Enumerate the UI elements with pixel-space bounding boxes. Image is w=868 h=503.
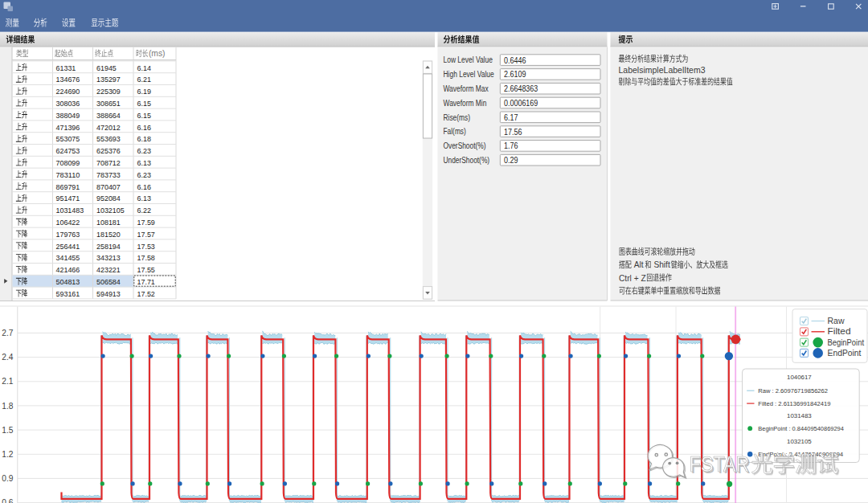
svg-text:1032105: 1032105 — [96, 206, 125, 215]
svg-text:1.2: 1.2 — [2, 450, 13, 459]
svg-text:471396: 471396 — [56, 123, 80, 132]
svg-text:341455: 341455 — [56, 253, 80, 262]
svg-text:High Level Value: High Level Value — [444, 70, 495, 79]
svg-text:17.58: 17.58 — [137, 253, 156, 262]
svg-text:6.19: 6.19 — [137, 87, 151, 96]
svg-text:952084: 952084 — [96, 194, 121, 202]
svg-text:783733: 783733 — [96, 170, 121, 179]
svg-text:6.16: 6.16 — [137, 123, 152, 132]
svg-text:472012: 472012 — [96, 123, 121, 132]
svg-text:(ms): (ms) — [149, 49, 166, 58]
svg-text:FSTAR: FSTAR — [690, 451, 750, 476]
svg-text:Low Level Value: Low Level Value — [444, 55, 493, 64]
svg-text:343213: 343213 — [96, 253, 121, 262]
svg-text:61331: 61331 — [56, 63, 76, 72]
svg-text:708099: 708099 — [56, 158, 80, 167]
svg-text:258194: 258194 — [96, 242, 121, 251]
svg-text:Waveform Min: Waveform Min — [444, 99, 487, 108]
svg-text:869791: 869791 — [56, 182, 80, 191]
svg-text:Ctrl + Z: Ctrl + Z — [619, 274, 646, 283]
svg-text:6.14: 6.14 — [137, 63, 152, 72]
svg-text:Alt: Alt — [634, 260, 644, 269]
svg-text:Rise(ms): Rise(ms) — [444, 113, 471, 122]
svg-text:6.13: 6.13 — [137, 194, 152, 202]
svg-text:Waveform Max: Waveform Max — [444, 84, 489, 93]
svg-text:17.59: 17.59 — [137, 218, 155, 227]
svg-text:17.56: 17.56 — [504, 128, 522, 137]
svg-text:951471: 951471 — [56, 194, 80, 202]
svg-text:0.29: 0.29 — [504, 156, 518, 165]
svg-text:388049: 388049 — [56, 111, 80, 120]
svg-text:0.9: 0.9 — [2, 474, 13, 483]
svg-text:0.6: 0.6 — [2, 498, 13, 503]
svg-text:135297: 135297 — [96, 75, 121, 84]
svg-text:388664: 388664 — [96, 111, 121, 120]
svg-text:2.6648363: 2.6648363 — [504, 84, 538, 93]
svg-text:506584: 506584 — [96, 277, 121, 286]
svg-text:2.7: 2.7 — [2, 329, 13, 337]
svg-text:6.18: 6.18 — [137, 134, 152, 143]
svg-text:225309: 225309 — [96, 87, 121, 96]
svg-text:593161: 593161 — [56, 289, 80, 298]
svg-text:2.4: 2.4 — [2, 353, 13, 362]
svg-text:6.22: 6.22 — [137, 206, 151, 215]
svg-text:0.6446: 0.6446 — [504, 56, 526, 65]
svg-text:Raw: Raw — [828, 317, 845, 325]
svg-text:UnderShoot(%): UnderShoot(%) — [444, 156, 490, 165]
svg-text:108181: 108181 — [96, 218, 121, 227]
svg-text:OverShoot(%): OverShoot(%) — [444, 141, 486, 150]
svg-text:1.8: 1.8 — [2, 402, 13, 411]
svg-text:17.53: 17.53 — [137, 242, 156, 251]
svg-text:2.1: 2.1 — [2, 377, 13, 386]
svg-text:0.0006169: 0.0006169 — [504, 99, 538, 108]
svg-text:6.17: 6.17 — [504, 113, 518, 122]
svg-text:EndPoint: EndPoint — [828, 349, 862, 358]
svg-text:1040617: 1040617 — [787, 374, 812, 381]
svg-text:Raw : 2.60976719856262: Raw : 2.60976719856262 — [758, 387, 828, 395]
svg-text:106422: 106422 — [56, 218, 80, 227]
svg-text:421466: 421466 — [56, 265, 80, 274]
svg-text:Fal(ms): Fal(ms) — [444, 127, 466, 136]
svg-text:6.23: 6.23 — [137, 170, 152, 179]
svg-text:308651: 308651 — [96, 99, 121, 108]
svg-text:LabelsimpleLabelItem3: LabelsimpleLabelItem3 — [619, 65, 706, 75]
svg-text:224690: 224690 — [56, 87, 80, 96]
svg-text:6.15: 6.15 — [137, 99, 152, 108]
svg-text:1031483: 1031483 — [56, 206, 84, 215]
svg-text:1.5: 1.5 — [2, 426, 13, 435]
svg-text:6.15: 6.15 — [137, 111, 152, 120]
svg-text:BeginPoint: BeginPoint — [828, 338, 865, 347]
svg-text:553075: 553075 — [56, 134, 80, 143]
svg-text:1031483: 1031483 — [787, 412, 812, 419]
svg-text:1.76: 1.76 — [504, 141, 518, 150]
svg-text:1032105: 1032105 — [787, 438, 812, 445]
svg-text:61945: 61945 — [96, 63, 117, 72]
svg-text:504813: 504813 — [56, 277, 80, 286]
svg-text:2.6109: 2.6109 — [504, 70, 526, 79]
svg-text:Filted: Filted — [828, 327, 851, 336]
svg-text:708712: 708712 — [96, 158, 121, 167]
svg-text:594913: 594913 — [96, 289, 121, 298]
svg-text:17.55: 17.55 — [137, 265, 156, 274]
svg-text:256441: 256441 — [56, 242, 80, 251]
svg-text:17.57: 17.57 — [137, 230, 155, 239]
svg-text:6.16: 6.16 — [137, 182, 152, 191]
svg-text:179763: 179763 — [56, 230, 80, 239]
svg-text:17.71: 17.71 — [137, 277, 155, 286]
svg-text:553693: 553693 — [96, 134, 121, 143]
svg-text:783110: 783110 — [56, 170, 80, 179]
svg-text:6.23: 6.23 — [137, 146, 152, 155]
svg-text:870407: 870407 — [96, 182, 121, 191]
svg-text:181520: 181520 — [96, 230, 121, 239]
svg-text:308036: 308036 — [56, 99, 80, 108]
svg-text:Filted : 2.61136991842419: Filted : 2.61136991842419 — [758, 400, 831, 407]
svg-text:6.13: 6.13 — [137, 158, 152, 167]
svg-text:625376: 625376 — [96, 146, 121, 155]
svg-text:423221: 423221 — [96, 265, 121, 274]
svg-text:6.21: 6.21 — [137, 75, 151, 84]
svg-text:Shift: Shift — [653, 260, 670, 269]
svg-text:134676: 134676 — [56, 75, 80, 84]
svg-text:624753: 624753 — [56, 146, 80, 155]
svg-text:17.52: 17.52 — [137, 289, 155, 298]
svg-text:BeginPoint : 0.84409540869294: BeginPoint : 0.84409540869294 — [758, 425, 844, 432]
